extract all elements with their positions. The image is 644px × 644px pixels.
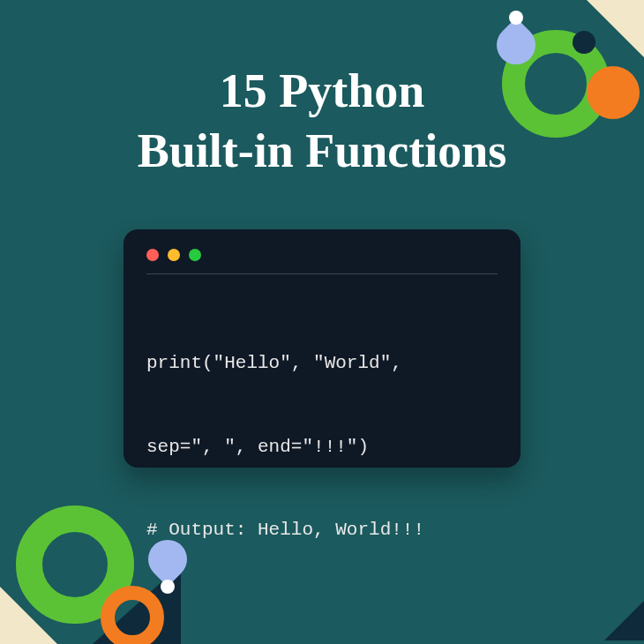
code-line: print("Hello", "World", <box>146 349 498 378</box>
svg-point-7 <box>29 519 121 610</box>
svg-point-4 <box>573 31 595 54</box>
decorative-triangle-bottom-right <box>582 579 644 644</box>
code-block: print("Hello", "World", sep=", ", end="!… <box>146 294 498 600</box>
svg-marker-10 <box>604 601 644 640</box>
divider <box>146 273 498 274</box>
page-title: 15 Python Built-in Functions <box>0 62 644 181</box>
window-controls <box>146 249 498 261</box>
maximize-icon <box>189 249 201 261</box>
code-line: # Output: Hello, World!!! <box>146 516 498 544</box>
close-icon <box>146 249 159 261</box>
code-line: sep=", ", end="!!!") <box>146 433 498 461</box>
minimize-icon <box>168 249 180 261</box>
title-line-2: Built-in Functions <box>0 122 644 182</box>
code-window: print("Hello", "World", sep=", ", end="!… <box>124 229 520 468</box>
svg-point-3 <box>509 11 523 25</box>
title-line-1: 15 Python <box>0 62 644 122</box>
